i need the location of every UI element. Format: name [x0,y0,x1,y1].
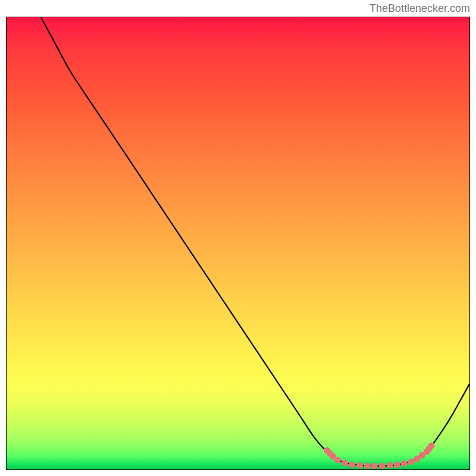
chart-plot-area [6,17,470,470]
marker-dot [334,457,341,464]
marker-dot [387,462,393,469]
marker-dot [371,463,378,469]
marker-dot [428,443,435,449]
marker-dot [379,463,386,469]
marker-dots-group [324,443,435,469]
marker-dot [408,459,415,465]
bottleneck-curve [41,17,469,466]
marker-dot [364,463,371,469]
watermark-text: TheBottlenecker.com [369,2,470,15]
marker-dot [349,462,355,468]
marker-dot [342,460,348,466]
marker-dot [356,462,363,469]
marker-dot [394,462,400,468]
marker-dot [401,461,408,467]
chart-svg [7,17,469,469]
